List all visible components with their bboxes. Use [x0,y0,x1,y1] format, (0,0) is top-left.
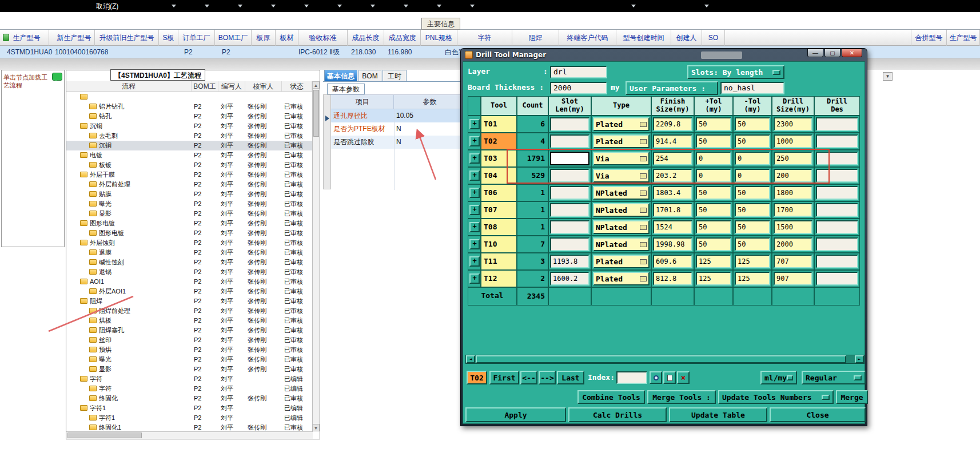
close-dialog-button[interactable]: Close [770,407,866,422]
column-header[interactable]: PNL规格 [421,30,457,46]
chevron-down-icon[interactable] [470,5,475,7]
plus-tol-input[interactable]: 50 [696,203,731,217]
column-header[interactable]: 合拼型号 [911,30,947,46]
minus-tol-input[interactable]: 50 [735,203,770,217]
subtab-basic-params[interactable]: 基本参数 [327,84,365,94]
finish-size-input[interactable]: 203.2 [653,169,692,183]
plus-tol-input[interactable]: 125 [696,255,731,268]
finish-size-input[interactable]: 1701.8 [653,203,692,217]
dialog-titlebar[interactable]: Drill Tool Manager — ▢ ✕ [461,49,867,61]
tree-row[interactable]: 图形电镀P2刘平张传刚已审核 [66,228,312,238]
chevron-down-icon[interactable] [337,5,342,7]
column-header[interactable]: SO [702,30,725,46]
tree-column-header[interactable]: 核审人 [245,81,282,92]
minus-tol-input[interactable]: 125 [735,255,770,268]
close-button[interactable]: ✕ [842,49,862,57]
chevron-down-icon[interactable] [704,5,709,7]
type-select[interactable]: NPlated [593,220,650,234]
tree-node[interactable]: 曝光 [89,199,111,209]
drill-size-input[interactable]: 250 [774,152,812,165]
tab-worktime[interactable]: 工时 [383,70,407,82]
tree-node[interactable]: 沉铜 [89,141,111,150]
tab-bom[interactable]: BOM [358,70,381,82]
tree-node[interactable]: 钻孔 [89,112,111,121]
tree-node[interactable]: 字符1 [89,413,115,423]
tool-name-cell[interactable]: T07 [481,201,517,219]
tree-node[interactable]: 阻焊 [80,296,102,306]
tree-row[interactable]: 曝光P2刘平张传刚已审核 [66,199,312,209]
tool-name-cell[interactable]: T08 [481,219,517,236]
tree-node[interactable]: 外层AOI1 [89,287,126,296]
units-select[interactable]: ml/my [760,371,797,384]
param-value[interactable]: N [396,136,401,149]
slots-select[interactable]: Slots: By length [687,65,784,79]
slot-len-input[interactable] [550,186,589,200]
tree-node[interactable]: 终固化 [89,394,118,403]
column-header[interactable]: 新生产型号 [54,30,95,46]
user-parameters-button[interactable]: User Parameters : [626,81,718,95]
tree-vertical-scrollbar[interactable]: ▲ ▼ [312,81,320,431]
tree-row[interactable]: 电镀P2刘平张传刚已审核 [66,150,312,160]
tree-node[interactable]: 图形电镀 [89,228,124,238]
column-header[interactable]: 生产型号 [5,30,49,46]
slot-len-input[interactable] [550,203,589,217]
minus-tol-input[interactable]: 125 [735,272,770,285]
calc-drills-button[interactable]: Calc Drills [568,407,667,422]
drill-des-input[interactable] [816,117,858,131]
scroll-down-icon[interactable]: ▼ [312,424,320,431]
drill-size-input[interactable]: 1000 [774,134,812,148]
tree-row[interactable]: 字符1P2刘平已编辑 [66,403,312,413]
tree-horizontal-scrollbar[interactable] [66,431,313,439]
tree-row[interactable]: 退锡P2刘平张传刚已审核 [66,267,312,277]
tree-row[interactable]: 贴膜P2刘平张传刚已审核 [66,189,312,199]
tree-node[interactable]: 外层干膜 [80,170,115,180]
tree-node[interactable]: 显影 [89,364,111,374]
column-header[interactable]: BOM工厂 [215,30,252,46]
tree-row[interactable]: 沉铜P2刘平张传刚已审核 [66,121,312,131]
column-header[interactable]: 型号创建时间 [616,30,671,46]
expand-tool-button[interactable]: + [469,256,480,267]
tree-node[interactable]: 退锡 [89,267,111,277]
expand-tool-button[interactable]: + [469,188,480,198]
plus-tol-input[interactable]: 0 [696,169,731,183]
tree-node[interactable] [80,92,90,102]
param-value[interactable]: N [396,122,401,136]
type-select[interactable]: Plated [593,117,650,131]
chevron-down-icon[interactable] [304,5,309,7]
index-input[interactable] [616,371,647,384]
tree-row[interactable]: 字符1P2刘平已编辑 [66,413,312,423]
plus-tol-input[interactable]: 50 [696,134,731,148]
chevron-down-icon[interactable] [271,5,276,7]
layer-input[interactable]: drl [550,66,607,78]
board-thickness-input[interactable]: 2000 [550,82,607,94]
tree-node[interactable]: 贴膜 [89,189,111,199]
slot-len-input[interactable]: 1193.8 [550,255,589,268]
tree-row[interactable]: 板镀P2刘平张传刚已审核 [66,160,312,170]
tree-row[interactable]: 外层AOI1P2刘平张传刚已审核 [66,287,312,296]
first-button[interactable]: First [489,371,519,384]
minimize-button[interactable]: — [807,49,823,57]
plus-tol-input[interactable]: 0 [696,152,731,165]
drill-size-input[interactable]: 1800 [774,186,812,200]
plus-tol-input[interactable]: 50 [696,237,731,251]
column-header[interactable]: 板厚 [252,30,276,46]
tree-row[interactable]: 碱性蚀刻P2刘平张传刚已审核 [66,257,312,267]
column-header[interactable]: 成品长度 [348,30,384,46]
scroll-up-icon[interactable]: ▲ [312,81,320,89]
tree-row[interactable]: 退膜P2刘平张传刚已审核 [66,248,312,257]
combine-tools-button[interactable]: Combine Tools [577,390,645,404]
chevron-down-icon[interactable] [631,5,636,7]
tree-row[interactable] [66,92,312,102]
finish-size-input[interactable]: 2209.8 [653,117,692,131]
tool-name-cell[interactable]: T02 [481,133,517,150]
tree-row[interactable]: 去毛刺P2刘平张传刚已审核 [66,131,312,141]
tree-node[interactable]: 丝印 [89,335,111,345]
report-tool-button[interactable] [663,371,676,384]
next-button[interactable]: --> [539,371,556,384]
scrollbar-thumb[interactable] [313,90,319,137]
drill-size-input[interactable]: 907 [774,272,812,285]
tree-node[interactable]: 外层前处理 [89,180,130,189]
dropdown-arrow-button[interactable]: ▼ [883,72,893,81]
tree-row[interactable]: 显影P2刘平张传刚已审核 [66,364,312,374]
tree-row[interactable]: 钻孔P2刘平张传刚已审核 [66,112,312,121]
